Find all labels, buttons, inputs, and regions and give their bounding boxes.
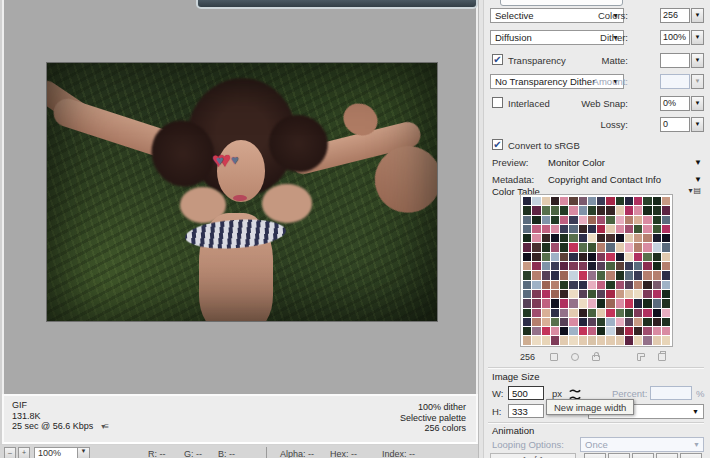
- first-frame-button[interactable]: ◀◀: [584, 453, 606, 458]
- color-swatch[interactable]: [625, 262, 633, 270]
- color-swatch[interactable]: [542, 234, 550, 242]
- color-swatch[interactable]: [551, 290, 559, 298]
- color-swatch[interactable]: [616, 309, 624, 317]
- color-swatch[interactable]: [523, 197, 531, 205]
- color-swatch[interactable]: [625, 299, 633, 307]
- color-swatch[interactable]: [588, 271, 596, 279]
- color-swatch[interactable]: [643, 262, 651, 270]
- color-swatch[interactable]: [560, 206, 568, 214]
- color-swatch[interactable]: [532, 234, 540, 242]
- color-swatch[interactable]: [569, 271, 577, 279]
- dither-combo[interactable]: 100%▼: [660, 30, 704, 45]
- metadata-value[interactable]: Copyright and Contact Info: [548, 174, 661, 185]
- zoom-level-select[interactable]: 100%▼: [34, 447, 90, 458]
- color-swatch[interactable]: [634, 318, 642, 326]
- lossy-combo[interactable]: 0▼: [660, 117, 704, 132]
- color-swatch[interactable]: [606, 281, 614, 289]
- color-swatch[interactable]: [634, 271, 642, 279]
- color-swatch[interactable]: [606, 243, 614, 251]
- color-swatch[interactable]: [643, 243, 651, 251]
- color-swatch[interactable]: [560, 318, 568, 326]
- preview-canvas[interactable]: ♥♥♥♥: [2, 0, 478, 394]
- color-swatch[interactable]: [653, 336, 661, 344]
- color-swatch[interactable]: [560, 290, 568, 298]
- color-swatch[interactable]: [643, 318, 651, 326]
- color-swatch[interactable]: [662, 216, 670, 224]
- color-swatch[interactable]: [597, 299, 605, 307]
- color-swatch[interactable]: [662, 197, 670, 205]
- color-swatch[interactable]: [625, 309, 633, 317]
- new-color-icon[interactable]: [637, 353, 645, 361]
- color-swatch[interactable]: [560, 309, 568, 317]
- color-swatch[interactable]: [653, 318, 661, 326]
- color-swatch[interactable]: [523, 225, 531, 233]
- color-swatch[interactable]: [616, 216, 624, 224]
- color-swatch[interactable]: [542, 216, 550, 224]
- color-swatch[interactable]: [560, 271, 568, 279]
- color-swatch[interactable]: [634, 262, 642, 270]
- color-swatch[interactable]: [653, 281, 661, 289]
- color-swatch[interactable]: [532, 216, 540, 224]
- color-swatch[interactable]: [634, 336, 642, 344]
- color-swatch[interactable]: [597, 271, 605, 279]
- color-swatch[interactable]: [606, 225, 614, 233]
- chevron-down-icon[interactable]: ▼: [691, 30, 704, 45]
- color-swatch[interactable]: [542, 290, 550, 298]
- color-swatch[interactable]: [634, 234, 642, 242]
- color-swatch[interactable]: [542, 309, 550, 317]
- color-swatch[interactable]: [597, 262, 605, 270]
- color-swatch[interactable]: [643, 309, 651, 317]
- color-swatch[interactable]: [634, 225, 642, 233]
- color-swatch[interactable]: [560, 262, 568, 270]
- color-swatch[interactable]: [551, 253, 559, 261]
- color-swatch[interactable]: [597, 225, 605, 233]
- color-swatch[interactable]: [634, 243, 642, 251]
- color-swatch[interactable]: [597, 309, 605, 317]
- color-swatch[interactable]: [532, 309, 540, 317]
- color-swatch[interactable]: [597, 216, 605, 224]
- color-swatch[interactable]: [532, 299, 540, 307]
- color-swatch[interactable]: [560, 253, 568, 261]
- color-swatch[interactable]: [523, 336, 531, 344]
- color-swatch[interactable]: [542, 225, 550, 233]
- color-swatch[interactable]: [532, 327, 540, 335]
- color-swatch[interactable]: [532, 290, 540, 298]
- color-swatch[interactable]: [551, 225, 559, 233]
- color-swatch[interactable]: [560, 197, 568, 205]
- color-swatch[interactable]: [579, 216, 587, 224]
- download-speed-menu-icon[interactable]: ▾≡: [101, 422, 108, 433]
- color-swatch[interactable]: [653, 290, 661, 298]
- color-swatch[interactable]: [653, 253, 661, 261]
- color-swatch[interactable]: [542, 318, 550, 326]
- color-swatch[interactable]: [588, 225, 596, 233]
- color-swatch[interactable]: [625, 234, 633, 242]
- color-swatch[interactable]: [579, 318, 587, 326]
- color-swatch[interactable]: [569, 216, 577, 224]
- color-swatch[interactable]: [542, 336, 550, 344]
- color-swatch[interactable]: [597, 234, 605, 242]
- color-swatch[interactable]: [569, 206, 577, 214]
- color-swatch[interactable]: [523, 234, 531, 242]
- color-swatch[interactable]: [662, 225, 670, 233]
- color-swatch[interactable]: [542, 299, 550, 307]
- color-swatch[interactable]: [662, 262, 670, 270]
- previous-frame-button[interactable]: ◀▮: [608, 453, 630, 458]
- color-swatch[interactable]: [523, 206, 531, 214]
- color-swatch[interactable]: [625, 318, 633, 326]
- color-swatch[interactable]: [616, 290, 624, 298]
- color-swatch[interactable]: [616, 327, 624, 335]
- color-swatch[interactable]: [569, 299, 577, 307]
- color-swatch[interactable]: [634, 309, 642, 317]
- color-swatch[interactable]: [542, 253, 550, 261]
- color-swatch[interactable]: [579, 309, 587, 317]
- color-swatch[interactable]: [569, 336, 577, 344]
- color-swatch[interactable]: [606, 309, 614, 317]
- width-input[interactable]: [508, 386, 544, 400]
- color-swatch[interactable]: [643, 290, 651, 298]
- optimized-image-preview[interactable]: ♥♥♥♥: [46, 62, 438, 322]
- color-swatch[interactable]: [616, 299, 624, 307]
- color-swatch[interactable]: [569, 197, 577, 205]
- color-swatch[interactable]: [606, 216, 614, 224]
- transparency-checkbox[interactable]: ✔: [492, 54, 503, 65]
- color-swatch[interactable]: [579, 234, 587, 242]
